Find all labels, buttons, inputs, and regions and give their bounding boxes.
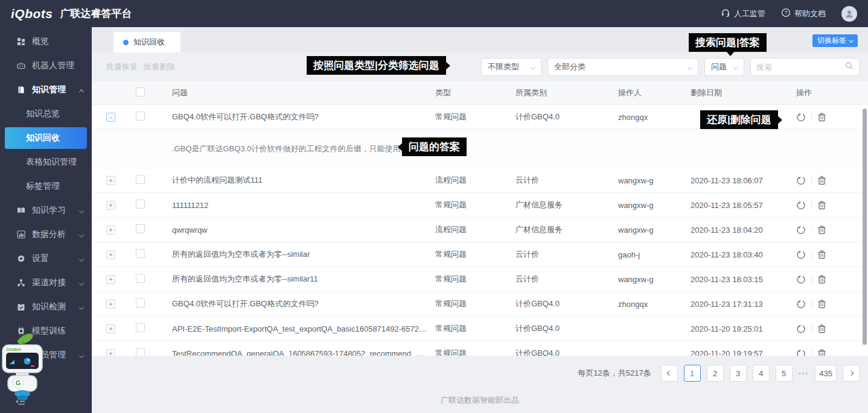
expand-row-button[interactable]: + xyxy=(106,201,115,210)
expand-row-button[interactable]: + xyxy=(106,275,115,284)
row-checkbox[interactable] xyxy=(136,249,145,258)
expand-row-button[interactable]: + xyxy=(106,250,115,259)
expand-row-button[interactable]: + xyxy=(106,176,115,185)
restore-icon[interactable] xyxy=(796,324,806,333)
grid-icon xyxy=(17,37,26,46)
sidebar-item-data-analysis[interactable]: 数据分析 xyxy=(0,222,92,247)
type-filter-select[interactable]: 不限类型 xyxy=(481,58,541,76)
delete-icon[interactable] xyxy=(817,348,826,356)
restore-icon[interactable] xyxy=(796,175,806,185)
sidebar-item-knowledge-detection[interactable]: 知识检测 xyxy=(0,295,92,319)
restore-icon[interactable] xyxy=(796,250,806,259)
expand-row-button[interactable]: + xyxy=(106,225,115,235)
question-text: GBQ4.0软件可以打开.GBQ格式的文件吗? xyxy=(172,298,435,309)
restore-icon[interactable] xyxy=(796,225,806,235)
delete-icon[interactable] xyxy=(817,299,826,309)
search-input[interactable] xyxy=(756,63,845,72)
row-checkbox[interactable] xyxy=(136,274,145,283)
select-all-checkbox[interactable] xyxy=(136,87,145,96)
help-docs-link[interactable]: ? 帮助文档 xyxy=(781,8,826,19)
manual-supervision-link[interactable]: 人工监管 xyxy=(721,8,765,19)
category-filter-select[interactable]: 全部分类 xyxy=(547,58,698,76)
footer-credit: 广联达数据智能部出品 xyxy=(92,395,868,406)
user-avatar[interactable] xyxy=(841,6,857,22)
page-button-3[interactable]: 3 xyxy=(730,365,747,382)
sidebar-item-overview[interactable]: 概览 xyxy=(0,30,92,54)
action-divider xyxy=(811,350,812,356)
delete-icon[interactable] xyxy=(817,112,826,122)
row-checkbox[interactable] xyxy=(136,224,145,233)
expand-row-button[interactable]: + xyxy=(106,349,115,356)
sidebar-item-knowledge-learning[interactable]: 知识学习 xyxy=(0,198,92,222)
app-title: 广联达睿答平台 xyxy=(60,7,132,20)
question-text: GBQ4.0软件可以打开.GBQ格式的文件吗? xyxy=(172,112,435,122)
delete-icon[interactable] xyxy=(817,324,826,333)
action-divider xyxy=(811,113,812,121)
table-row: + TestRecommendQA_generalQA_1605867593-1… xyxy=(92,341,868,356)
restore-icon[interactable] xyxy=(796,112,806,122)
type-text: 常规问题 xyxy=(435,274,515,285)
collapse-row-button[interactable]: - xyxy=(106,113,115,122)
restore-icon[interactable] xyxy=(796,348,806,356)
next-page-button[interactable] xyxy=(843,365,860,382)
page-button-5[interactable]: 5 xyxy=(776,365,793,382)
sidebar-item-channel-integration[interactable]: 渠道对接 xyxy=(0,271,92,295)
sidebar-item-knowledge-management[interactable]: 知识管理 xyxy=(0,78,92,102)
delete-icon[interactable] xyxy=(817,225,826,235)
question-circle-icon: ? xyxy=(781,8,791,19)
tab-knowledge-recycle[interactable]: 知识回收 xyxy=(113,32,180,52)
batch-restore-button[interactable]: 批量恢复 xyxy=(106,61,138,72)
prev-page-button[interactable] xyxy=(661,365,678,382)
row-checkbox[interactable] xyxy=(136,200,145,209)
operator-text: wangxw-g xyxy=(618,225,691,235)
checklist-icon xyxy=(17,303,26,312)
restore-icon[interactable] xyxy=(796,274,806,284)
date-text: 2020-11-23 18:05:57 xyxy=(691,201,796,210)
delete-icon[interactable] xyxy=(817,200,826,210)
date-text: 2020-11-23 18:06:07 xyxy=(691,176,796,185)
operator-text: wangxw-g xyxy=(618,275,691,284)
table-scrollbar[interactable] xyxy=(863,109,867,345)
col-question: 问题 xyxy=(172,87,435,98)
action-divider xyxy=(811,300,812,308)
row-checkbox[interactable] xyxy=(136,323,145,332)
delete-icon[interactable] xyxy=(817,175,826,185)
row-checkbox[interactable] xyxy=(136,112,145,121)
sidebar-subitem-knowledge-recycle[interactable]: 知识回收 xyxy=(5,127,87,149)
sidebar-item-robot-management[interactable]: 机器人管理 xyxy=(0,54,92,78)
page-button-1[interactable]: 1 xyxy=(684,365,701,382)
mascot-robot[interactable]: Glodon G xyxy=(0,332,48,405)
expand-row-button[interactable]: + xyxy=(106,324,115,333)
annotation-filter-tip: 按照问题类型|分类筛选问题 xyxy=(307,56,446,75)
row-checkbox[interactable] xyxy=(136,175,145,184)
sidebar-item-settings[interactable]: 设置 xyxy=(0,247,92,271)
table-row: + 计价中的流程问题测试111 流程问题 云计价 wangxw-g 2020-1… xyxy=(92,168,868,193)
restore-icon[interactable] xyxy=(796,299,806,309)
page-ellipsis[interactable]: ••• xyxy=(799,370,809,377)
question-text: 所有的返回值均为空串或者为零--similar xyxy=(172,249,435,260)
question-text: API-E2E-TestImport-ExportQA_test_exportQ… xyxy=(172,324,435,333)
page-button-4[interactable]: 4 xyxy=(753,365,770,382)
search-field-select[interactable]: 问题 xyxy=(704,58,744,76)
annotation-search-tip: 搜索问题|答案 xyxy=(689,33,767,52)
restore-icon[interactable] xyxy=(796,200,806,210)
action-divider xyxy=(811,177,812,184)
table-row: + 所有的返回值均为空串或者为零--similar 常规问题 云计价 gaoh-… xyxy=(92,242,868,267)
category-text: 计价GBQ4.0 xyxy=(515,323,618,334)
svg-text:Glodon: Glodon xyxy=(6,347,21,352)
type-text: 常规问题 xyxy=(435,249,515,260)
batch-delete-button[interactable]: 批量删除 xyxy=(144,61,175,72)
delete-icon[interactable] xyxy=(817,250,826,259)
page-button-last[interactable]: 435 xyxy=(815,365,837,382)
sidebar-subitem-tag-management[interactable]: 标签管理 xyxy=(0,174,92,198)
expand-row-button[interactable]: + xyxy=(106,300,115,309)
switch-tag-button[interactable]: 切换标签 xyxy=(812,34,858,47)
search-icon[interactable] xyxy=(845,61,854,72)
sidebar-subitem-knowledge-overview[interactable]: 知识总览 xyxy=(0,102,92,126)
page-button-2[interactable]: 2 xyxy=(707,365,724,382)
question-text: qwrqwrqw xyxy=(172,225,435,235)
row-checkbox[interactable] xyxy=(136,348,145,356)
delete-icon[interactable] xyxy=(817,274,826,284)
row-checkbox[interactable] xyxy=(136,298,145,307)
sidebar-subitem-table-knowledge-management[interactable]: 表格知识管理 xyxy=(0,150,92,174)
